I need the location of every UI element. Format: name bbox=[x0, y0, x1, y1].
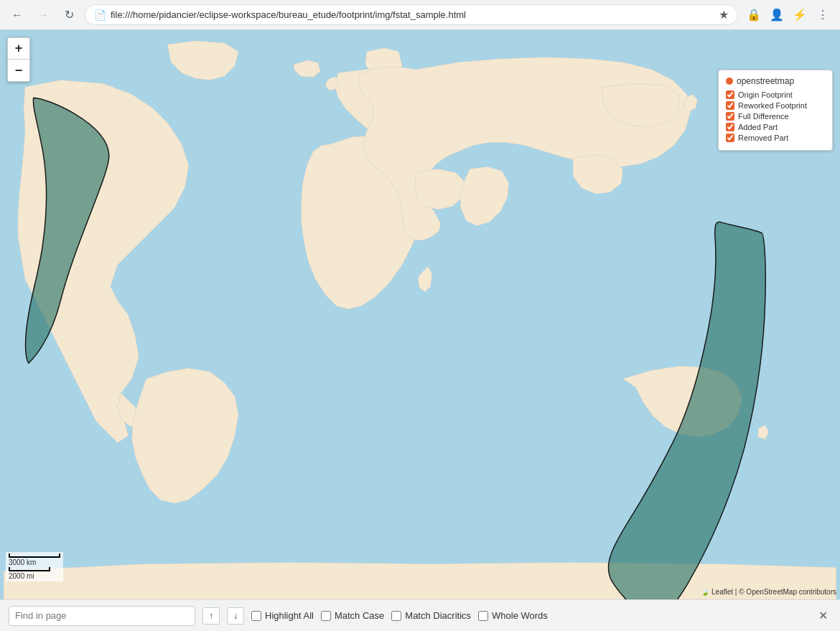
scale-label-km: 3000 km bbox=[9, 558, 60, 566]
zoom-out-button[interactable]: − bbox=[8, 60, 29, 81]
forward-button[interactable]: → bbox=[33, 5, 53, 25]
match-diacritics-option[interactable]: Match Diacritics bbox=[391, 610, 471, 621]
osm-attribution: © OpenStreetMap contributors bbox=[739, 588, 836, 596]
legend-checkbox-reworked[interactable] bbox=[726, 101, 734, 110]
highlight-all-label: Highlight All bbox=[265, 610, 314, 621]
address-input[interactable] bbox=[111, 9, 714, 20]
legend-item-full-diff: Full Difference bbox=[726, 112, 825, 121]
find-next-button[interactable]: ↓ bbox=[227, 607, 244, 625]
whole-words-option[interactable]: Whole Words bbox=[478, 610, 548, 621]
legend-item-removed: Removed Part bbox=[726, 134, 825, 142]
match-case-option[interactable]: Match Case bbox=[321, 610, 384, 621]
highlight-all-option[interactable]: Highlight All bbox=[251, 610, 314, 621]
whole-words-label: Whole Words bbox=[492, 610, 548, 621]
address-bar: 📄 ★ bbox=[85, 4, 738, 25]
browser-chrome: ← → ↻ 📄 ★ 🔒 👤 ⚡ ⋮ bbox=[0, 0, 840, 30]
scale-line-km bbox=[9, 553, 60, 558]
find-bar: ↑ ↓ Highlight All Match Case Match Diacr… bbox=[0, 599, 840, 631]
find-input[interactable] bbox=[9, 606, 195, 626]
match-diacritics-checkbox[interactable] bbox=[391, 611, 401, 621]
back-button[interactable]: ← bbox=[7, 5, 27, 25]
leaflet-logo: 🍃 bbox=[701, 588, 709, 596]
legend-label-removed: Removed Part bbox=[738, 134, 788, 142]
legend-checkbox-full-diff[interactable] bbox=[726, 112, 734, 121]
scale-label-mi: 2000 mi bbox=[9, 572, 60, 580]
legend-checkbox-added[interactable] bbox=[726, 123, 734, 131]
legend-item-origin: Origin Footprint bbox=[726, 90, 825, 99]
find-prev-button[interactable]: ↑ bbox=[202, 607, 220, 625]
map-container[interactable]: + − openstreetmap Origin Footprint Rewor… bbox=[0, 30, 840, 599]
leaflet-label: Leaflet bbox=[711, 588, 733, 596]
legend-checkbox-origin[interactable] bbox=[726, 90, 734, 99]
legend-provider-dot bbox=[726, 78, 733, 85]
legend-label-full-diff: Full Difference bbox=[738, 112, 789, 121]
legend-item-reworked: Reworked Footprint bbox=[726, 101, 825, 110]
account-icon-button[interactable]: 👤 bbox=[767, 5, 787, 25]
legend: openstreetmap Origin Footprint Reworked … bbox=[718, 70, 833, 151]
menu-icon-button[interactable]: ⋮ bbox=[813, 5, 833, 25]
page-icon: 📄 bbox=[94, 9, 106, 21]
match-case-checkbox[interactable] bbox=[321, 611, 331, 621]
shield-icon-button[interactable]: 🔒 bbox=[744, 5, 764, 25]
legend-title: openstreetmap bbox=[726, 76, 825, 86]
legend-provider-label: openstreetmap bbox=[737, 76, 794, 86]
extensions-icon-button[interactable]: ⚡ bbox=[790, 5, 810, 25]
legend-label-added: Added Part bbox=[738, 123, 778, 131]
scale-bar: 3000 km 2000 mi bbox=[6, 552, 63, 581]
browser-toolbar: ← → ↻ 📄 ★ 🔒 👤 ⚡ ⋮ bbox=[0, 0, 840, 29]
attribution: 🍃 Leaflet | © OpenStreetMap contributors bbox=[701, 588, 836, 596]
reload-button[interactable]: ↻ bbox=[59, 5, 79, 25]
scale-line-mi bbox=[9, 567, 50, 571]
zoom-in-button[interactable]: + bbox=[8, 38, 29, 60]
legend-checkbox-removed[interactable] bbox=[726, 134, 734, 142]
whole-words-checkbox[interactable] bbox=[478, 611, 488, 621]
legend-label-origin: Origin Footprint bbox=[738, 90, 793, 99]
toolbar-icons: 🔒 👤 ⚡ ⋮ bbox=[744, 5, 833, 25]
zoom-controls: + − bbox=[7, 37, 30, 82]
legend-item-added: Added Part bbox=[726, 123, 825, 131]
match-case-label: Match Case bbox=[335, 610, 384, 621]
find-close-button[interactable]: ✕ bbox=[814, 607, 831, 625]
legend-label-reworked: Reworked Footprint bbox=[738, 101, 807, 110]
world-map bbox=[0, 30, 840, 599]
highlight-all-checkbox[interactable] bbox=[251, 611, 261, 621]
match-diacritics-label: Match Diacritics bbox=[405, 610, 471, 621]
bookmark-icon[interactable]: ★ bbox=[719, 8, 729, 22]
